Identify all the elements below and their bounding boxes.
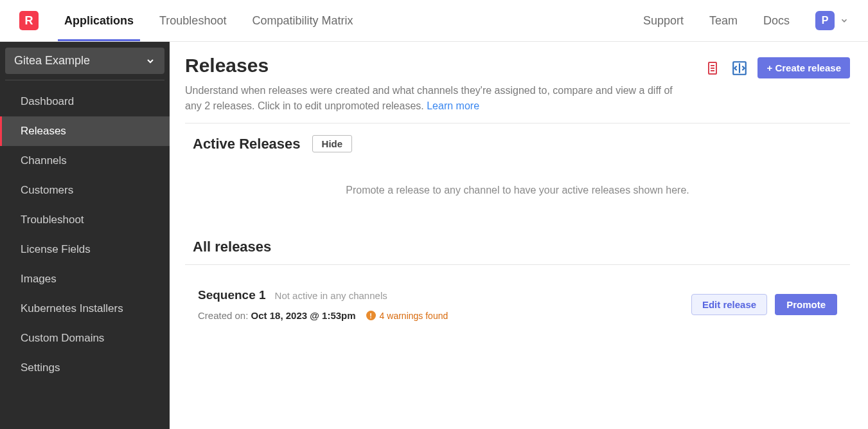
nav-right: Support Team Docs P — [643, 1, 849, 41]
release-actions: Edit release Promote — [691, 294, 837, 315]
release-row: Sequence 1 Not active in any channels Cr… — [185, 274, 850, 335]
sidebar-item-custom-domains[interactable]: Custom Domains — [0, 324, 170, 353]
promote-button[interactable]: Promote — [775, 294, 837, 315]
warning-icon: ! — [366, 311, 376, 320]
release-status: Not active in any channels — [275, 290, 387, 301]
nav-team[interactable]: Team — [709, 1, 738, 41]
nav-compatibility-matrix[interactable]: Compatibility Matrix — [252, 1, 353, 41]
sidebar-item-dashboard[interactable]: Dashboard — [0, 87, 170, 116]
nav-docs[interactable]: Docs — [763, 1, 790, 41]
app-selector-label: Gitea Example — [14, 54, 90, 68]
release-history-icon[interactable] — [704, 59, 722, 77]
sidebar-item-customers[interactable]: Customers — [0, 176, 170, 205]
nav-left: Applications Troubleshoot Compatibility … — [64, 1, 643, 41]
clipboard-icon — [705, 60, 720, 76]
sidebar-item-license-fields[interactable]: License Fields — [0, 235, 170, 264]
sidebar-item-channels[interactable]: Channels — [0, 146, 170, 176]
release-created: Created on: Oct 18, 2023 @ 1:53pm — [198, 310, 356, 321]
create-release-button[interactable]: + Create release — [757, 57, 850, 78]
app-selector[interactable]: Gitea Example — [5, 48, 164, 74]
compare-icon — [731, 60, 748, 77]
release-meta: Created on: Oct 18, 2023 @ 1:53pm ! 4 wa… — [198, 310, 691, 321]
sidebar-item-releases[interactable]: Releases — [0, 116, 170, 146]
divider — [5, 80, 164, 80]
release-label: Sequence 1 — [198, 288, 266, 302]
active-releases-empty: Promote a release to any channel to have… — [185, 159, 850, 215]
edit-release-button[interactable]: Edit release — [691, 294, 767, 315]
page-title: Releases — [185, 55, 704, 77]
user-menu[interactable]: P — [815, 11, 849, 30]
nav-applications[interactable]: Applications — [64, 1, 134, 41]
header-actions: + Create release — [704, 55, 850, 78]
divider — [185, 123, 850, 123]
active-releases-title: Active Releases — [193, 136, 301, 152]
sidebar: Gitea Example Dashboard Releases Channel… — [0, 42, 170, 429]
learn-more-link[interactable]: Learn more — [427, 100, 479, 111]
active-releases-header: Active Releases Hide — [185, 135, 850, 152]
created-date: Oct 18, 2023 @ 1:53pm — [251, 310, 356, 321]
all-releases-title: All releases — [185, 239, 850, 255]
main-content: Releases Understand when releases were c… — [170, 42, 868, 429]
page-description: Understand when releases were created an… — [185, 83, 686, 114]
sidebar-item-images[interactable]: Images — [0, 264, 170, 294]
chevron-down-icon — [145, 56, 155, 66]
nav-troubleshoot[interactable]: Troubleshoot — [159, 1, 226, 41]
avatar: P — [815, 11, 835, 30]
chevron-down-icon — [840, 16, 849, 25]
nav-support[interactable]: Support — [643, 1, 684, 41]
divider — [185, 264, 850, 265]
sidebar-item-settings[interactable]: Settings — [0, 353, 170, 383]
page-title-block: Releases Understand when releases were c… — [185, 55, 704, 114]
hide-button[interactable]: Hide — [312, 135, 353, 152]
warnings-text: 4 warnings found — [380, 311, 448, 321]
page-header: Releases Understand when releases were c… — [185, 55, 850, 114]
compare-releases-icon[interactable] — [731, 59, 748, 77]
brand-logo[interactable]: R — [19, 11, 39, 30]
sidebar-item-troubleshoot[interactable]: Troubleshoot — [0, 205, 170, 235]
warnings-link[interactable]: ! 4 warnings found — [366, 311, 448, 321]
sidebar-top: Gitea Example — [0, 42, 170, 80]
layout: Gitea Example Dashboard Releases Channel… — [0, 42, 868, 429]
sidebar-item-kubernetes-installers[interactable]: Kubernetes Installers — [0, 294, 170, 324]
top-nav: R Applications Troubleshoot Compatibilit… — [0, 0, 868, 42]
release-info: Sequence 1 Not active in any channels Cr… — [198, 288, 691, 321]
release-label-row: Sequence 1 Not active in any channels — [198, 288, 691, 302]
created-label: Created on: — [198, 310, 248, 321]
